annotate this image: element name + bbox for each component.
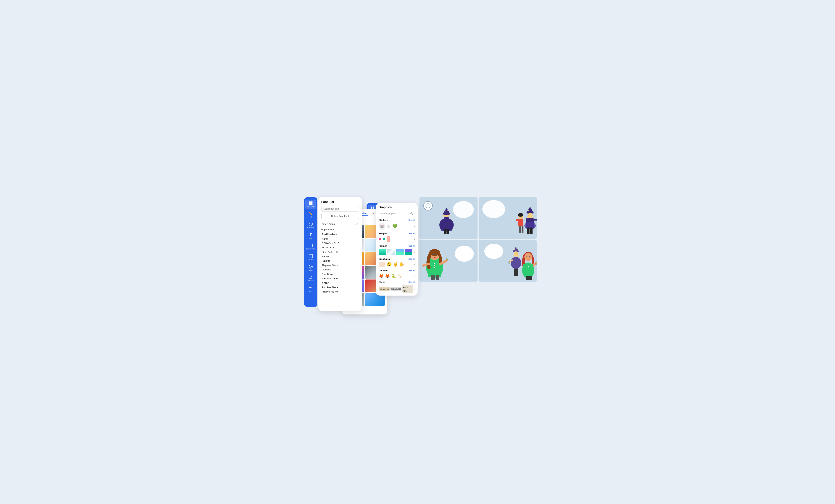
shape-rectangle[interactable] xyxy=(387,236,390,242)
frame-nature[interactable] xyxy=(379,249,386,255)
sticker-mouse[interactable]: 🐭 xyxy=(379,223,385,230)
svg-rect-1 xyxy=(311,202,312,203)
font-item-alegreya-sans[interactable]: Alegreya Sans xyxy=(321,263,359,267)
shape-heart-pink[interactable]: ♥ xyxy=(379,236,382,242)
blob-dragon-2[interactable]: DRAGON xyxy=(390,287,402,291)
svg-rect-88 xyxy=(526,276,529,280)
sidebar-label-logo: Logo xyxy=(309,269,312,271)
font-item-open-sans[interactable]: Open Sans ✓ xyxy=(321,222,359,226)
sticker-dot1[interactable] xyxy=(387,225,390,228)
font-name-graduate: GRADUATE xyxy=(322,246,334,249)
animal-fox[interactable]: 🦊 xyxy=(385,273,390,278)
emotion-pale[interactable] xyxy=(379,262,385,267)
animals-chevron-icon: › xyxy=(414,274,415,278)
blobs-chevron-icon: › xyxy=(414,287,415,291)
animals-header: Animals See all xyxy=(379,269,415,272)
svg-text:★: ★ xyxy=(514,249,515,250)
blob-insert-text[interactable]: INSERT TITLE xyxy=(402,285,413,293)
svg-point-60 xyxy=(434,265,435,266)
emotion-rock[interactable]: 🤘 xyxy=(393,262,398,267)
svg-point-39 xyxy=(528,213,532,218)
upload-font-button[interactable]: Upload Your Font xyxy=(321,213,359,219)
clock-icon: 🕐 xyxy=(423,201,433,211)
graphics-search-input[interactable] xyxy=(380,212,409,215)
shapes-chevron-icon: › xyxy=(414,237,415,241)
font-item-nunito[interactable]: Nunito xyxy=(321,254,359,259)
svg-point-81 xyxy=(526,256,527,257)
font-item-libre[interactable]: Libre Baskerville xyxy=(321,250,359,254)
sidebar-item-text[interactable]: T Text xyxy=(305,231,316,241)
emotions-chevron-icon: › xyxy=(414,263,415,266)
font-item-acme[interactable]: Acme xyxy=(321,237,359,241)
comic-panel-2[interactable]: ★ ★ xyxy=(478,197,537,239)
graphics-panel: Graphics 🔍 Stickers See all 🐭 💚 › Shapes… xyxy=(376,203,418,296)
frame-mountain[interactable] xyxy=(405,249,412,255)
sidebar-item-logo[interactable]: Logo xyxy=(305,263,316,273)
font-name-nunito: Nunito xyxy=(322,255,329,258)
svg-point-58 xyxy=(446,259,448,260)
font-item-alex[interactable]: Alex Brush xyxy=(321,272,359,276)
sidebar-item-graphics[interactable]: Graphics xyxy=(305,221,316,230)
font-item-anton[interactable]: Anton xyxy=(321,281,359,285)
graphics-search-container: 🔍 xyxy=(379,211,415,216)
animals-see-all[interactable]: See all xyxy=(409,269,415,272)
sidebar-label-tables: Tables xyxy=(308,258,313,260)
sidebar-item-fill[interactable]: ✏️ Fill xyxy=(305,210,316,219)
font-item-archivo-black[interactable]: Archivo Black xyxy=(321,285,359,290)
sidebar-item-uploads[interactable]: Uploads xyxy=(305,274,316,283)
font-name-abril: Abril Fatface xyxy=(322,233,337,236)
sidebar-label-uploads: Uploads xyxy=(308,280,314,281)
font-item-abril[interactable]: Abril Fatface xyxy=(321,232,359,237)
more-icon: ••• xyxy=(309,286,313,290)
font-item-graduate[interactable]: GRADUATE xyxy=(321,246,359,250)
emotion-shocked[interactable]: 😮 xyxy=(387,262,392,267)
font-item-alfa[interactable]: Alfa Slab One xyxy=(321,276,359,281)
svg-point-26 xyxy=(447,213,448,214)
stickers-see-all[interactable]: See all xyxy=(409,219,415,221)
comic-panel-3[interactable] xyxy=(420,240,477,281)
frames-row: › xyxy=(379,249,415,255)
comic-grid: 🕐 xyxy=(420,197,537,281)
shape-heart-green[interactable]: ♥ xyxy=(383,236,385,242)
blob-dragon-1[interactable]: DRAGON xyxy=(379,287,390,291)
sidebar-label-templates: Templates xyxy=(307,206,314,208)
logo-icon xyxy=(309,265,313,269)
font-item-raleway[interactable]: Rakhas xyxy=(321,259,359,263)
stickers-chevron-icon: › xyxy=(414,225,415,228)
font-item-alegreya[interactable]: Alegreya xyxy=(321,267,359,272)
font-item-archivo-narrow[interactable]: Archivo Narrow xyxy=(321,290,359,294)
panel-1-speech-bubble xyxy=(453,201,474,218)
svg-point-41 xyxy=(524,222,536,229)
frame-hills[interactable] xyxy=(396,249,404,255)
frame-sky[interactable] xyxy=(387,249,395,255)
graphics-icon xyxy=(309,222,313,226)
blob-dragon-text-1: DRAGON xyxy=(380,288,389,290)
font-search-input[interactable] xyxy=(321,206,359,212)
emotions-see-all[interactable]: See all xyxy=(409,258,415,260)
font-name-alfa: Alfa Slab One xyxy=(322,277,338,280)
sidebar-item-templates[interactable]: Templates xyxy=(305,200,316,209)
sidebar-item-more[interactable]: ••• More xyxy=(305,284,316,294)
font-name-acme: Acme xyxy=(322,237,329,240)
font-check-open-sans: ✓ xyxy=(356,223,359,226)
emotion-hand[interactable]: ✋ xyxy=(399,262,404,267)
animal-snake[interactable]: 🐍 xyxy=(391,273,396,278)
font-panel: Font List Upload Your Font Open Sans ✓ P… xyxy=(318,197,362,311)
animal-bone[interactable]: 🦴 xyxy=(398,273,403,278)
sticker-leaf[interactable]: 💚 xyxy=(391,223,398,230)
background-icon xyxy=(309,244,313,248)
animal-squirrel[interactable]: 🦊 xyxy=(379,273,384,278)
font-name-archivo-black: Archivo Black xyxy=(322,286,338,289)
sidebar-item-background[interactable]: Background xyxy=(305,242,316,251)
panel-3-woman-figure xyxy=(420,243,452,281)
shapes-see-all[interactable]: See all xyxy=(409,232,415,234)
svg-rect-2 xyxy=(309,203,311,205)
frames-see-all[interactable]: See all xyxy=(409,245,415,247)
comic-panel-4[interactable]: ★ ★ xyxy=(478,240,537,281)
blobs-see-all[interactable]: See all xyxy=(409,281,415,283)
font-item-bebas[interactable]: BEBAS NEUE xyxy=(321,241,359,246)
templates-icon xyxy=(309,201,313,205)
sidebar-item-tables[interactable]: Tables xyxy=(305,252,316,262)
comic-panel-1[interactable]: 🕐 xyxy=(420,197,477,239)
graphics-panel-title: Graphics xyxy=(379,206,415,209)
